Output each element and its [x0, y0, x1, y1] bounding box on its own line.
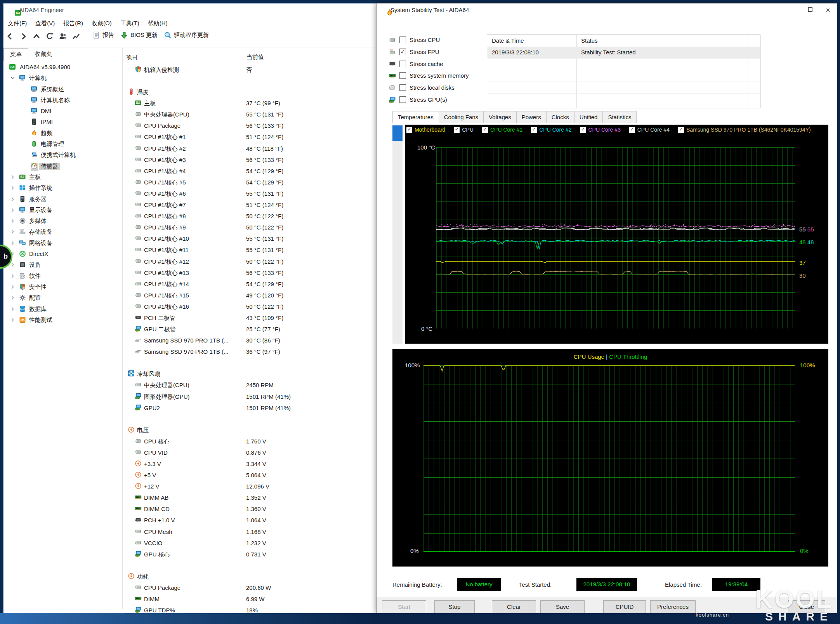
sensor-row[interactable]: CPU #1/核心 #950 °C (122 °F) — [124, 222, 379, 233]
sidebar-item-安全性[interactable]: 安全性 — [3, 282, 119, 292]
sidebar-item-显示设备[interactable]: 显示设备 — [3, 205, 119, 216]
sensor-row[interactable]: PCH 二极管43 °C (109 °F) — [124, 312, 379, 323]
sensor-row[interactable]: CPU #1/核心 #1549 °C (120 °F) — [124, 290, 379, 301]
chevron-right-icon[interactable] — [10, 273, 16, 280]
sensor-row[interactable]: 机箱入侵检测否 — [124, 64, 379, 75]
menu-查看(V)[interactable]: 查看(V) — [31, 17, 59, 30]
sensor-section-冷却风扇[interactable]: 冷却风扇 — [124, 368, 379, 379]
chevron-right-icon[interactable] — [10, 218, 16, 225]
column-current-value[interactable]: 当前值 — [243, 54, 264, 61]
sensor-row[interactable]: DIMM AB1.352 V — [124, 492, 379, 503]
sidebar-item-操作系统[interactable]: 操作系统 — [3, 183, 119, 193]
sensor-row[interactable]: CPU #1/核心 #554 °C (129 °F) — [124, 177, 379, 188]
sensor-row[interactable]: Samsung SSD 970 PRO 1TB (...36 °C (97 °F… — [124, 346, 379, 357]
tab-Unified[interactable]: Unified — [574, 111, 603, 123]
sensor-row[interactable]: GPU 二极管25 °C (77 °F) — [124, 323, 379, 335]
sensor-row[interactable]: VCCIO1.232 V — [124, 537, 379, 549]
menu-文件(F)[interactable]: 文件(F) — [3, 17, 31, 30]
sensor-row[interactable]: CPU 核心1.760 V — [124, 436, 379, 447]
checkbox-Stress cache[interactable] — [399, 61, 406, 67]
tab-Statistics[interactable]: Statistics — [603, 111, 637, 123]
chevron-right-icon[interactable] — [10, 284, 16, 291]
legend-checkbox-CPU[interactable]: ✓ — [454, 127, 460, 133]
minimize-button[interactable] — [783, 3, 801, 17]
sensor-row[interactable]: CPU Mesh1.168 V — [124, 526, 379, 537]
sidebar-item-AIDA64 v5.99.4900[interactable]: 64AIDA64 v5.99.4900 — [3, 62, 119, 73]
legend-checkbox-Motherboard[interactable]: ✓ — [406, 127, 412, 133]
cpuid-button[interactable]: CPUID — [603, 600, 646, 614]
sidebar-item-服务器[interactable]: 服务器 — [3, 194, 119, 205]
preferences-button[interactable]: Preferences — [650, 600, 696, 614]
sidebar-item-计算机[interactable]: 计算机 — [3, 73, 119, 83]
sensor-row[interactable]: +12 V12.096 V — [124, 481, 379, 492]
log-col-datetime[interactable]: Date & Time — [492, 35, 524, 47]
sensor-row[interactable]: Samsung SSD 970 PRO 1TB (...30 °C (86 °F… — [124, 335, 379, 346]
checkbox-Stress local disks[interactable] — [399, 84, 406, 91]
checkbox-Stress GPU(s)[interactable] — [399, 96, 406, 103]
up-button[interactable] — [32, 32, 41, 42]
chevron-right-icon[interactable] — [10, 174, 16, 181]
graph-button[interactable] — [72, 32, 80, 42]
sidebar-item-软件[interactable]: 软件 — [3, 271, 119, 282]
sensor-section-温度[interactable]: 温度 — [124, 86, 379, 97]
legend-checkbox-CPU Core #1[interactable]: ✓ — [482, 127, 488, 133]
sidebar-item-DMI[interactable]: DMI — [3, 106, 119, 116]
sensor-row[interactable]: GPU21501 RPM (41%) — [124, 402, 379, 414]
sidebar-item-IPMI[interactable]: IPMI — [3, 116, 119, 127]
sidebar-item-系统概述[interactable]: 系统概述 — [3, 84, 119, 95]
sensor-row[interactable]: CPU #1/核心 #1356 °C (133 °F) — [124, 267, 379, 278]
sensor-row[interactable]: CPU #1/核心 #1650 °C (122 °F) — [124, 301, 379, 312]
report-button[interactable]: 报告 — [89, 30, 117, 40]
legend-checkbox-CPU Core #2[interactable]: ✓ — [531, 127, 537, 133]
sensor-row[interactable]: CPU VID0.876 V — [124, 447, 379, 458]
chevron-right-icon[interactable] — [10, 262, 16, 269]
bios-update-button[interactable]: BIOS 更新 — [117, 30, 161, 40]
column-item[interactable]: 项目 — [126, 54, 138, 61]
legend-scrollbar[interactable] — [392, 125, 403, 344]
driver-update-button[interactable]: 驱动程序更新 — [161, 30, 212, 40]
menu-报告(R)[interactable]: 报告(R) — [59, 17, 87, 30]
sensor-section-电压[interactable]: 电压 — [124, 424, 379, 436]
log-col-status[interactable]: Status — [581, 35, 598, 47]
sidebar-item-电源管理[interactable]: 电源管理 — [3, 139, 119, 149]
log-row[interactable]: 2019/3/3 22:08:10Stability Test: Started — [487, 47, 760, 58]
chevron-right-icon[interactable] — [10, 306, 16, 313]
tab-Voltages[interactable]: Voltages — [484, 111, 517, 123]
sensor-row[interactable]: CPU #1/核心 #248 °C (118 °F) — [124, 143, 379, 154]
menu-工具(T)[interactable]: 工具(T) — [116, 17, 144, 30]
sidebar-item-传感器[interactable]: 传感器 — [3, 161, 119, 172]
sensor-row[interactable]: CPU #1/核心 #151 °C (124 °F) — [124, 131, 379, 143]
stop-button[interactable]: Stop — [434, 600, 475, 614]
sensor-row[interactable]: 主板37 °C (99 °F) — [124, 97, 379, 109]
sensor-row[interactable]: +5 V5.064 V — [124, 469, 379, 481]
chevron-right-icon[interactable] — [10, 207, 16, 214]
sensor-row[interactable]: CPU #1/核心 #1454 °C (129 °F) — [124, 278, 379, 290]
sidebar-tab-收藏夹[interactable]: 收藏夹 — [28, 48, 58, 60]
sensor-row[interactable]: 中央处理器(CPU)2450 RPM — [124, 379, 379, 391]
tab-Clocks[interactable]: Clocks — [547, 111, 574, 123]
sensor-section-功耗[interactable]: 功耗 — [124, 571, 379, 582]
checkbox-Stress FPU[interactable]: ✓ — [399, 49, 406, 55]
sensor-row[interactable]: CPU #1/核心 #1055 °C (131 °F) — [124, 233, 379, 244]
close-button[interactable]: × — [819, 3, 837, 17]
sensor-row[interactable]: CPU #1/核心 #1155 °C (131 °F) — [124, 244, 379, 256]
legend-scrollbar-thumb[interactable] — [392, 125, 403, 141]
sidebar-item-网络设备[interactable]: 网络设备 — [3, 238, 119, 249]
legend-checkbox-CPU Core #4[interactable]: ✓ — [629, 127, 635, 133]
back-button[interactable] — [6, 32, 14, 42]
clear-button[interactable]: Clear — [492, 600, 536, 614]
sidebar-item-设备[interactable]: 设备 — [3, 259, 119, 270]
maximize-button[interactable] — [801, 3, 819, 17]
sensor-row[interactable]: CPU #1/核心 #1250 °C (122 °F) — [124, 256, 379, 267]
sidebar-item-计算机名称[interactable]: 计算机名称 — [3, 95, 119, 106]
chevron-right-icon[interactable] — [10, 196, 16, 203]
checkbox-Stress system memory[interactable] — [399, 72, 406, 79]
chevron-right-icon[interactable] — [10, 317, 16, 324]
sidebar-item-多媒体[interactable]: 多媒体 — [3, 216, 119, 226]
sensor-row[interactable]: DIMM6.99 W — [124, 593, 379, 605]
chevron-down-icon[interactable] — [10, 75, 16, 82]
menu-收藏(O)[interactable]: 收藏(O) — [87, 17, 116, 30]
sensor-row[interactable]: GPU 核心0.731 V — [124, 549, 379, 560]
checkbox-Stress CPU[interactable] — [399, 37, 406, 43]
sidebar-item-超频[interactable]: 超频 — [3, 128, 119, 139]
